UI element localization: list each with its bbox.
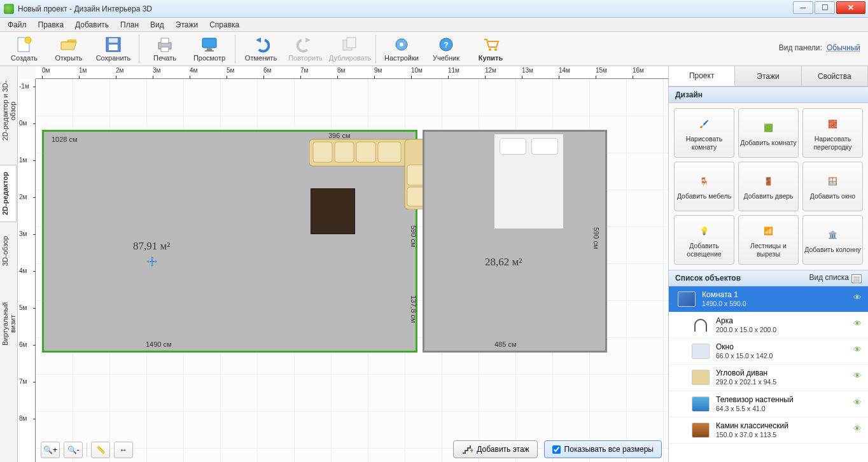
svg-point-1 <box>25 37 31 43</box>
tab-floors[interactable]: Этажи <box>735 66 801 86</box>
objects-header: Список объектов Вид списка <box>669 270 868 286</box>
bed[interactable] <box>494 134 564 229</box>
svg-rect-6 <box>161 38 169 43</box>
buy-button[interactable]: Купить <box>470 33 511 65</box>
sofa-dim: 396 см <box>328 132 350 139</box>
svg-rect-8 <box>202 38 216 48</box>
settings-button[interactable]: Настройки <box>381 33 422 65</box>
card-stairs-cutouts[interactable]: 📶Лестницы и вырезы <box>738 215 799 265</box>
cart-icon <box>482 36 500 53</box>
svg-rect-24 <box>335 142 354 162</box>
mid-right-dim: 590 см <box>410 225 417 247</box>
svg-rect-3 <box>109 38 118 43</box>
menu-view[interactable]: Вид <box>145 18 169 31</box>
svg-rect-12 <box>347 38 356 48</box>
svg-point-14 <box>400 43 403 46</box>
visibility-icon[interactable]: 👁 <box>853 345 862 354</box>
brick-wall-icon: 🧱 <box>823 115 843 133</box>
preview-button[interactable]: Просмотр <box>189 33 230 65</box>
floppy-icon <box>104 36 122 53</box>
card-add-window[interactable]: 🪟Добавить окно <box>802 162 863 211</box>
room2-bottom-dim: 485 см <box>494 340 516 348</box>
open-button[interactable]: Открыть <box>48 33 89 65</box>
tab-project[interactable]: Проект <box>669 66 735 86</box>
window-title: Новый проект - Дизайн Интерьера 3D <box>18 4 152 13</box>
object-item-room1[interactable]: Комната 11490.0 x 590.0 👁 <box>669 286 868 312</box>
left-tabs: 2D-редактор и 3D-обзор 2D-редактор 3D-об… <box>0 66 18 462</box>
app-icon <box>4 4 14 14</box>
menu-edit[interactable]: Правка <box>33 18 69 31</box>
undo-button[interactable]: Отменить <box>241 33 281 65</box>
print-button[interactable]: Печать <box>144 33 185 65</box>
menu-add[interactable]: Добавить <box>70 18 114 31</box>
show-sizes-checkbox[interactable] <box>552 445 561 454</box>
duplicate-button[interactable]: Дублировать <box>330 33 370 65</box>
card-draw-room[interactable]: 🖌️Нарисовать комнату <box>674 108 734 158</box>
visibility-icon[interactable]: 👁 <box>853 371 862 381</box>
visibility-icon[interactable]: 👁 <box>853 398 862 407</box>
zoom-in-button[interactable]: 🔍+ <box>41 442 60 458</box>
card-add-door[interactable]: 🚪Добавить дверь <box>738 162 799 211</box>
room1-bottom-dim: 1490 см <box>146 340 172 348</box>
canvas-right-buttons: + Добавить этаж Показывать все размеры <box>453 440 662 458</box>
tab-virtual-visit[interactable]: Виртуальный визит <box>0 286 17 362</box>
canvas-tools: 🔍+ 🔍- 📏 ↔ <box>41 442 133 458</box>
object-item-sofa[interactable]: Угловой диван292.0 x 202.1 x 94.5 👁 <box>669 365 868 391</box>
svg-rect-20 <box>150 261 155 262</box>
menu-help[interactable]: Справка <box>204 18 244 31</box>
card-add-furniture[interactable]: 🪑Добавить мебель <box>674 162 734 211</box>
measure-button[interactable]: 📏 <box>91 442 110 458</box>
object-item-tv[interactable]: Телевизор настенный64.3 x 5.5 x 41.0 👁 <box>669 391 868 417</box>
object-item-arch[interactable]: Арка200.0 x 15.0 x 200.0 👁 <box>669 312 868 339</box>
window-controls: ─ ☐ ✕ <box>792 1 865 14</box>
pencil-room-icon: 🖌️ <box>695 115 714 133</box>
design-grid: 🖌️Нарисовать комнату 🟩Добавить комнату 🧱… <box>669 103 868 270</box>
floor-plan-canvas[interactable]: 1028 см 1490 см 87,91 м² 396 см <box>36 79 668 462</box>
right-panel: Проект Этажи Свойства Дизайн 🖌️Нарисоват… <box>668 66 868 462</box>
main-toolbar: Создать Открыть Сохранить Печать Просмот… <box>0 32 868 66</box>
save-button[interactable]: Сохранить <box>93 33 134 65</box>
close-button[interactable]: ✕ <box>836 1 865 14</box>
tab-2d-3d[interactable]: 2D-редактор и 3D-обзор <box>0 66 17 155</box>
arch-thumb-icon <box>694 319 707 332</box>
move-handle-icon[interactable] <box>147 256 157 267</box>
window-thumb-icon <box>692 344 710 359</box>
wall-tv[interactable] <box>311 188 355 234</box>
visibility-icon[interactable]: 👁 <box>853 424 862 433</box>
zoom-out-button[interactable]: 🔍- <box>64 442 83 458</box>
panel-mode-link[interactable]: Обычный <box>827 43 860 52</box>
maximize-button[interactable]: ☐ <box>815 1 835 14</box>
bulb-icon: 💡 <box>695 222 714 240</box>
pan-button[interactable]: ↔ <box>114 442 133 458</box>
menu-floors[interactable]: Этажи <box>171 18 203 31</box>
window-icon: 🪟 <box>823 172 843 190</box>
tab-2d-editor[interactable]: 2D-редактор <box>0 165 17 222</box>
svg-rect-9 <box>207 48 212 50</box>
card-add-light[interactable]: 💡Добавить освещение <box>674 215 734 265</box>
room2-area: 28,62 м² <box>485 256 522 269</box>
redo-button[interactable]: Повторить <box>285 33 326 65</box>
visibility-icon[interactable]: 👁 <box>853 293 862 302</box>
create-button[interactable]: Создать <box>4 33 45 65</box>
room1-top-dim: 1028 см <box>52 136 78 143</box>
help-icon: ? <box>437 36 455 53</box>
card-add-room[interactable]: 🟩Добавить комнату <box>738 108 799 158</box>
chair-icon: 🪑 <box>695 172 714 190</box>
canvas-area: 0м1м2м3м4м5м6м7м8м9м10м11м12м13м14м15м16… <box>18 66 668 462</box>
list-mode[interactable]: Вид списка <box>809 273 862 283</box>
menu-plan[interactable]: План <box>115 18 144 31</box>
show-all-sizes-button[interactable]: Показывать все размеры <box>544 440 662 458</box>
object-item-fireplace[interactable]: Камин классический150.0 x 37.0 x 113.5 👁 <box>669 417 868 444</box>
minimize-button[interactable]: ─ <box>793 1 813 14</box>
new-file-icon <box>15 36 33 53</box>
card-draw-wall[interactable]: 🧱Нарисовать перегородку <box>802 108 863 158</box>
add-floor-button[interactable]: + Добавить этаж <box>453 440 537 458</box>
tab-properties[interactable]: Свойства <box>802 66 868 86</box>
tutorial-button[interactable]: ? Учебник <box>426 33 466 65</box>
tab-3d-view[interactable]: 3D-обзор <box>0 228 17 273</box>
menu-file[interactable]: Файл <box>3 18 32 31</box>
object-item-window[interactable]: Окно66.0 x 15.0 x 142.0 👁 <box>669 339 868 365</box>
card-add-column[interactable]: 🏛️Добавить колонну <box>802 215 863 265</box>
visibility-icon[interactable]: 👁 <box>853 319 862 328</box>
undo-icon <box>252 36 270 53</box>
